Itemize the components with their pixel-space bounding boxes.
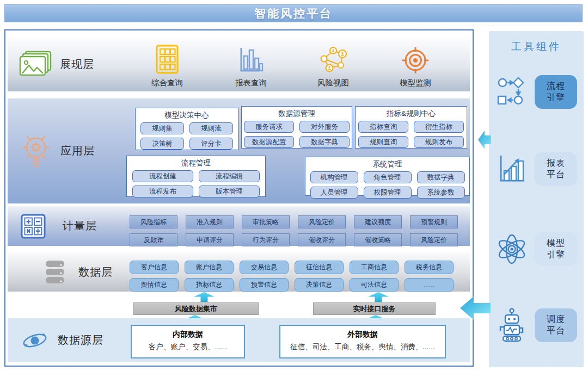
bar-chart-icon <box>238 44 264 74</box>
data-item: 决策信息 <box>295 278 344 292</box>
presentation-item-risk-view: 风险视图 <box>301 44 366 88</box>
data-layer-label: 数据层 <box>78 265 113 280</box>
measurement-item: 审批策略 <box>242 215 290 228</box>
internal-data-box: 内部数据 客户、账户、交易、...... <box>131 325 245 358</box>
presentation-item-label: 报表查询 <box>235 78 267 88</box>
sidebar-title: 工具组件 <box>489 40 584 54</box>
realtime-interface-service-label: 实时接口服务 <box>353 304 396 314</box>
measurement-items-grid: 风险指标 准入规则 审批策略 风险定价 建议额度 预警规则 反欺诈 申请评分 行… <box>130 215 458 246</box>
app-item: 流程发布 <box>132 186 193 197</box>
database-icon <box>44 258 66 286</box>
flowchart-icon <box>489 76 535 108</box>
app-group-model-decision-center: 模型决策中心 规则集 规则流 决策树 评分卡 <box>135 108 238 150</box>
app-item: 流程创建 <box>132 170 193 182</box>
app-item: 评分卡 <box>189 138 233 150</box>
presentation-item-label: 风险视图 <box>317 78 349 88</box>
measurement-item: 催收评分 <box>298 233 346 246</box>
presentation-item-report-query: 报表查询 <box>218 44 284 88</box>
platform-title: 智能风控平台 <box>254 6 333 21</box>
platform-title-banner: 智能风控平台 <box>4 4 583 22</box>
presentation-item-label: 模型监测 <box>400 78 431 88</box>
tool-label-line: 报表 <box>547 158 565 169</box>
presentation-item-label: 综合查询 <box>151 78 183 88</box>
app-item: 规则流 <box>189 122 233 134</box>
measurement-item: 申请评分 <box>186 233 234 246</box>
presentation-layer-head: 展现层 <box>19 37 94 91</box>
measurement-layer-label: 计量层 <box>63 219 97 233</box>
report-chart-icon <box>489 153 535 185</box>
galaxy-icon <box>21 327 48 354</box>
app-item: 版本管理 <box>199 186 260 197</box>
tool-button-model-engine: 模型 引擎 <box>535 232 577 266</box>
app-item: 规则查询 <box>358 136 408 148</box>
measurement-item: 风险定价 <box>298 215 346 228</box>
data-item: ...... <box>405 278 454 292</box>
app-item: 规则集 <box>140 122 184 134</box>
measurement-layer-head: 计量层 <box>21 206 97 246</box>
main-architecture-panel: 展现层 综合查 <box>4 29 474 367</box>
measurement-item: 风险指标 <box>130 215 177 228</box>
measurement-item: 催收策略 <box>354 233 402 246</box>
tool-label-line: 模型 <box>547 238 565 249</box>
data-item: 客户信息 <box>130 261 179 274</box>
data-items-grid: 客户信息 账户信息 交易信息 征信信息 工商信息 税务信息 舆情信息 指标信息 … <box>130 261 454 292</box>
left-arrow-icon <box>478 131 491 149</box>
tool-button-scheduling-platform: 调度 平台 <box>535 308 577 342</box>
app-item: 系统参数 <box>417 187 465 199</box>
measurement-item: 建议额度 <box>354 215 402 228</box>
data-item: 预警信息 <box>240 278 289 292</box>
app-item: 流程编辑 <box>199 170 260 182</box>
data-item: 账户信息 <box>185 261 234 274</box>
app-item: 对外服务 <box>299 121 350 133</box>
risk-data-mart-bar: 风险数据集市 <box>133 302 259 315</box>
presentation-layer-label: 展现层 <box>60 57 94 72</box>
data-item: 征信信息 <box>295 261 344 274</box>
external-data-desc: 征信、司法、工商、税务、舆情、消费、...... <box>280 342 445 352</box>
app-item: 人员管理 <box>310 187 358 199</box>
app-item: 权限管理 <box>364 187 412 199</box>
application-layer-label: 应用层 <box>60 144 95 158</box>
application-layer-band: 应用层 模型决策中心 规则集 规则流 决策树 评分卡 数据源管理 服务请求 对外… <box>8 98 470 203</box>
app-group-title: 系统管理 <box>305 159 469 169</box>
tool-button-report-platform: 报表 平台 <box>535 152 577 186</box>
up-arrow-icon <box>366 292 390 302</box>
app-item: 机构管理 <box>310 171 358 183</box>
app-group-title: 模型决策中心 <box>136 110 238 120</box>
data-item: 司法信息 <box>350 278 399 292</box>
tool-button-process-engine: 流程 引擎 <box>535 75 577 109</box>
app-group-title: 数据源管理 <box>242 109 352 119</box>
tool-label-line: 流程 <box>547 81 565 92</box>
app-group-system-mgmt: 系统管理 机构管理 角色管理 数据字典 人员管理 权限管理 系统参数 <box>305 157 470 196</box>
lightbulb-gear-icon <box>20 131 52 172</box>
app-item: 数据源配置 <box>244 136 294 148</box>
measurement-item: 行为评分 <box>242 233 290 246</box>
tool-process-engine: 流程 引擎 <box>489 75 584 109</box>
app-item: 规则发布 <box>414 136 464 148</box>
tool-components-sidebar: 工具组件 流程 <box>489 31 584 367</box>
presentation-item-combined-query: 综合查询 <box>134 44 200 88</box>
data-item: 指标信息 <box>185 278 234 292</box>
realtime-interface-service-bar: 实时接口服务 <box>313 302 436 315</box>
data-item: 税务信息 <box>405 261 454 274</box>
app-group-datasource-mgmt: 数据源管理 服务请求 对外服务 数据源配置 数据字典 <box>241 106 352 149</box>
data-layer-head: 数据层 <box>44 252 113 292</box>
measurement-item: 预警规则 <box>410 215 458 228</box>
app-item: 角色管理 <box>364 171 412 183</box>
tool-label-line: 平台 <box>547 169 565 181</box>
app-item: 决策树 <box>140 138 184 150</box>
internal-data-desc: 客户、账户、交易、...... <box>132 342 244 352</box>
app-group-title: 指标&规则中心 <box>356 109 467 119</box>
tool-scheduling-platform: 调度 平台 <box>489 307 584 343</box>
app-group-title: 流程管理 <box>127 158 265 168</box>
calculator-icon <box>21 214 46 239</box>
risk-data-mart-label: 风险数据集市 <box>175 304 217 314</box>
external-data-box: 外部数据 征信、司法、工商、税务、舆情、消费、...... <box>279 325 446 358</box>
app-item: 数据字典 <box>299 136 350 148</box>
application-layer-head: 应用层 <box>20 98 95 203</box>
data-item: 工商信息 <box>350 261 399 274</box>
app-item: 服务请求 <box>244 121 294 133</box>
tool-label-line: 平台 <box>547 325 565 337</box>
left-arrow-icon <box>460 296 491 320</box>
target-icon <box>402 44 429 74</box>
internal-data-title: 内部数据 <box>132 330 244 339</box>
